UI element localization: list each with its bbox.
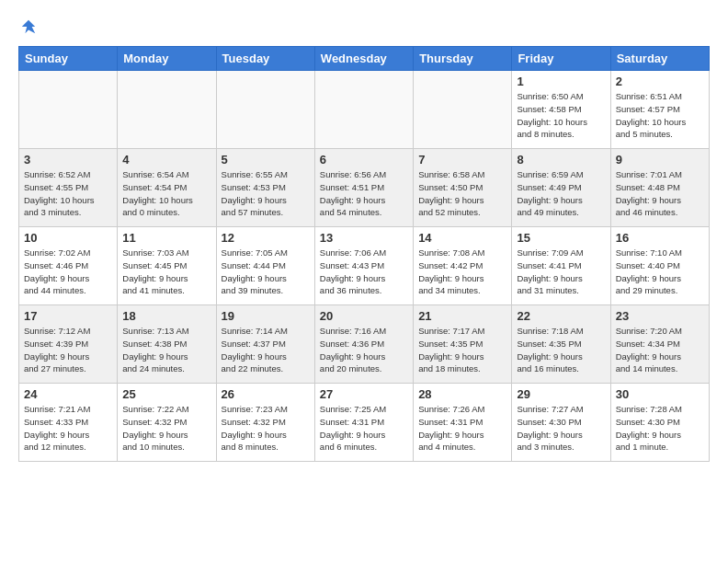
calendar-cell: 30Sunrise: 7:28 AM Sunset: 4:30 PM Dayli… [610,384,709,462]
day-number: 13 [320,231,408,245]
day-info: Sunrise: 6:54 AM Sunset: 4:54 PM Dayligh… [122,168,210,219]
calendar-cell: 18Sunrise: 7:13 AM Sunset: 4:38 PM Dayli… [118,305,216,384]
calendar-cell: 19Sunrise: 7:14 AM Sunset: 4:37 PM Dayli… [216,305,314,384]
day-number: 30 [616,387,704,401]
day-number: 22 [517,309,605,323]
calendar-cell: 28Sunrise: 7:26 AM Sunset: 4:31 PM Dayli… [414,384,512,462]
calendar-cell: 23Sunrise: 7:20 AM Sunset: 4:34 PM Dayli… [610,305,709,384]
calendar-cell: 11Sunrise: 7:03 AM Sunset: 4:45 PM Dayli… [118,227,216,305]
day-number: 17 [24,309,112,323]
day-number: 6 [320,153,408,167]
calendar-cell: 27Sunrise: 7:25 AM Sunset: 4:31 PM Dayli… [314,384,413,462]
day-number: 21 [418,309,506,323]
day-number: 8 [517,153,605,167]
calendar-cell: 9Sunrise: 7:01 AM Sunset: 4:48 PM Daylig… [610,149,709,227]
calendar-cell: 21Sunrise: 7:17 AM Sunset: 4:35 PM Dayli… [414,305,512,384]
calendar-cell: 10Sunrise: 7:02 AM Sunset: 4:46 PM Dayli… [19,227,118,305]
calendar-cell: 7Sunrise: 6:58 AM Sunset: 4:50 PM Daylig… [414,149,512,227]
calendar-cell: 14Sunrise: 7:08 AM Sunset: 4:42 PM Dayli… [414,227,512,305]
col-header-thursday: Thursday [414,47,512,71]
day-number: 15 [517,231,605,245]
calendar-cell: 20Sunrise: 7:16 AM Sunset: 4:36 PM Dayli… [314,305,413,384]
calendar-cell: 16Sunrise: 7:10 AM Sunset: 4:40 PM Dayli… [610,227,709,305]
calendar-cell: 26Sunrise: 7:23 AM Sunset: 4:32 PM Dayli… [216,384,314,462]
day-info: Sunrise: 6:56 AM Sunset: 4:51 PM Dayligh… [320,168,408,219]
day-info: Sunrise: 6:52 AM Sunset: 4:55 PM Dayligh… [24,168,112,219]
day-number: 27 [320,387,408,401]
col-header-tuesday: Tuesday [216,47,314,71]
calendar-cell: 4Sunrise: 6:54 AM Sunset: 4:54 PM Daylig… [118,149,216,227]
day-number: 19 [222,309,310,323]
day-info: Sunrise: 7:13 AM Sunset: 4:38 PM Dayligh… [122,325,210,375]
calendar-week-row: 24Sunrise: 7:21 AM Sunset: 4:33 PM Dayli… [19,384,710,462]
day-info: Sunrise: 6:55 AM Sunset: 4:53 PM Dayligh… [222,168,310,219]
calendar-cell [216,71,314,149]
calendar-week-row: 1Sunrise: 6:50 AM Sunset: 4:58 PM Daylig… [19,71,710,149]
day-info: Sunrise: 7:01 AM Sunset: 4:48 PM Dayligh… [616,168,704,219]
calendar-cell [414,71,512,149]
calendar-cell: 3Sunrise: 6:52 AM Sunset: 4:55 PM Daylig… [19,149,118,227]
calendar-cell: 17Sunrise: 7:12 AM Sunset: 4:39 PM Dayli… [19,305,118,384]
calendar-cell: 5Sunrise: 6:55 AM Sunset: 4:53 PM Daylig… [216,149,314,227]
day-number: 1 [517,75,605,88]
day-info: Sunrise: 7:14 AM Sunset: 4:37 PM Dayligh… [222,325,310,375]
col-header-monday: Monday [118,47,216,71]
calendar-header-row: SundayMondayTuesdayWednesdayThursdayFrid… [19,47,710,71]
calendar-cell: 12Sunrise: 7:05 AM Sunset: 4:44 PM Dayli… [216,227,314,305]
col-header-wednesday: Wednesday [314,47,413,71]
page: SundayMondayTuesdayWednesdayThursdayFrid… [0,0,728,471]
logo [18,18,37,35]
day-info: Sunrise: 7:17 AM Sunset: 4:35 PM Dayligh… [418,325,506,375]
calendar-cell: 13Sunrise: 7:06 AM Sunset: 4:43 PM Dayli… [314,227,413,305]
calendar-cell: 2Sunrise: 6:51 AM Sunset: 4:57 PM Daylig… [610,71,709,149]
calendar-cell [118,71,216,149]
day-info: Sunrise: 7:28 AM Sunset: 4:30 PM Dayligh… [616,403,704,454]
day-number: 25 [122,387,210,401]
day-info: Sunrise: 7:23 AM Sunset: 4:32 PM Dayligh… [222,403,310,454]
day-info: Sunrise: 7:21 AM Sunset: 4:33 PM Dayligh… [24,403,112,454]
calendar-cell: 1Sunrise: 6:50 AM Sunset: 4:58 PM Daylig… [512,71,610,149]
calendar-week-row: 10Sunrise: 7:02 AM Sunset: 4:46 PM Dayli… [19,227,710,305]
day-info: Sunrise: 7:18 AM Sunset: 4:35 PM Dayligh… [517,325,605,375]
day-info: Sunrise: 7:16 AM Sunset: 4:36 PM Dayligh… [320,325,408,375]
day-info: Sunrise: 7:09 AM Sunset: 4:41 PM Dayligh… [517,247,605,297]
day-info: Sunrise: 7:25 AM Sunset: 4:31 PM Dayligh… [320,403,408,454]
calendar-cell: 29Sunrise: 7:27 AM Sunset: 4:30 PM Dayli… [512,384,610,462]
day-number: 4 [122,153,210,167]
calendar-week-row: 3Sunrise: 6:52 AM Sunset: 4:55 PM Daylig… [19,149,710,227]
day-info: Sunrise: 6:51 AM Sunset: 4:57 PM Dayligh… [616,90,704,141]
day-info: Sunrise: 7:22 AM Sunset: 4:32 PM Dayligh… [122,403,210,454]
day-number: 18 [122,309,210,323]
day-number: 2 [616,75,704,88]
day-info: Sunrise: 7:27 AM Sunset: 4:30 PM Dayligh… [517,403,605,454]
logo-bird-icon [20,18,37,35]
day-number: 20 [320,309,408,323]
day-info: Sunrise: 6:59 AM Sunset: 4:49 PM Dayligh… [517,168,605,219]
day-info: Sunrise: 6:50 AM Sunset: 4:58 PM Dayligh… [517,90,605,141]
calendar-cell: 25Sunrise: 7:22 AM Sunset: 4:32 PM Dayli… [118,384,216,462]
calendar-cell: 24Sunrise: 7:21 AM Sunset: 4:33 PM Dayli… [19,384,118,462]
day-number: 10 [24,231,112,245]
day-number: 23 [616,309,704,323]
day-info: Sunrise: 7:02 AM Sunset: 4:46 PM Dayligh… [24,247,112,297]
day-info: Sunrise: 7:12 AM Sunset: 4:39 PM Dayligh… [24,325,112,375]
day-number: 24 [24,387,112,401]
day-number: 14 [418,231,506,245]
svg-marker-0 [22,20,35,33]
col-header-saturday: Saturday [610,47,709,71]
day-info: Sunrise: 7:06 AM Sunset: 4:43 PM Dayligh… [320,247,408,297]
day-number: 29 [517,387,605,401]
calendar-cell: 22Sunrise: 7:18 AM Sunset: 4:35 PM Dayli… [512,305,610,384]
day-info: Sunrise: 7:03 AM Sunset: 4:45 PM Dayligh… [122,247,210,297]
day-info: Sunrise: 7:05 AM Sunset: 4:44 PM Dayligh… [222,247,310,297]
calendar-cell: 15Sunrise: 7:09 AM Sunset: 4:41 PM Dayli… [512,227,610,305]
day-info: Sunrise: 7:08 AM Sunset: 4:42 PM Dayligh… [418,247,506,297]
day-info: Sunrise: 7:20 AM Sunset: 4:34 PM Dayligh… [616,325,704,375]
calendar-cell [19,71,118,149]
day-number: 12 [222,231,310,245]
day-info: Sunrise: 6:58 AM Sunset: 4:50 PM Dayligh… [418,168,506,219]
day-number: 11 [122,231,210,245]
day-number: 16 [616,231,704,245]
calendar-cell: 6Sunrise: 6:56 AM Sunset: 4:51 PM Daylig… [314,149,413,227]
col-header-sunday: Sunday [19,47,118,71]
